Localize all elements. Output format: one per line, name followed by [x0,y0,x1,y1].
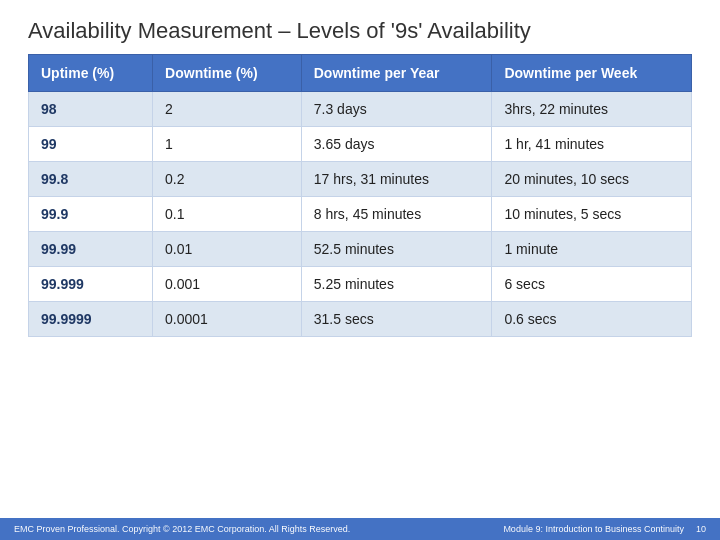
header: Availability Measurement – Levels of '9s… [0,0,720,54]
table-cell: 10 minutes, 5 secs [492,197,692,232]
page: Availability Measurement – Levels of '9s… [0,0,720,540]
page-title: Availability Measurement – Levels of '9s… [28,18,692,44]
table-cell: 1 [153,127,302,162]
table-row: 9827.3 days3hrs, 22 minutes [29,92,692,127]
footer-right: Module 9: Introduction to Business Conti… [503,524,706,534]
footer-copyright: EMC Proven Professional. Copyright © 201… [14,524,350,534]
table-cell: 0.001 [153,267,302,302]
table-cell: 98 [29,92,153,127]
table-cell: 99.999 [29,267,153,302]
table-cell: 6 secs [492,267,692,302]
table-header-row: Uptime (%) Downtime (%) Downtime per Yea… [29,55,692,92]
table-row: 99.99990.000131.5 secs0.6 secs [29,302,692,337]
footer: EMC Proven Professional. Copyright © 201… [0,518,720,540]
table-cell: 8 hrs, 45 minutes [301,197,492,232]
table-cell: 1 hr, 41 minutes [492,127,692,162]
table-cell: 17 hrs, 31 minutes [301,162,492,197]
table-row: 99.9990.0015.25 minutes6 secs [29,267,692,302]
table-row: 99.90.18 hrs, 45 minutes10 minutes, 5 se… [29,197,692,232]
table-cell: 3.65 days [301,127,492,162]
availability-table: Uptime (%) Downtime (%) Downtime per Yea… [28,54,692,337]
main-content: Uptime (%) Downtime (%) Downtime per Yea… [0,54,720,518]
table-cell: 52.5 minutes [301,232,492,267]
table-cell: 99.9 [29,197,153,232]
table-cell: 99.8 [29,162,153,197]
table-cell: 1 minute [492,232,692,267]
table-cell: 0.0001 [153,302,302,337]
table-cell: 0.1 [153,197,302,232]
col-header-uptime: Uptime (%) [29,55,153,92]
footer-page-number: 10 [696,524,706,534]
table-cell: 20 minutes, 10 secs [492,162,692,197]
col-header-downtime-year: Downtime per Year [301,55,492,92]
table-cell: 0.2 [153,162,302,197]
table-cell: 31.5 secs [301,302,492,337]
table-cell: 7.3 days [301,92,492,127]
table-cell: 99.9999 [29,302,153,337]
table-row: 9913.65 days1 hr, 41 minutes [29,127,692,162]
table-cell: 99 [29,127,153,162]
table-cell: 0.01 [153,232,302,267]
table-cell: 5.25 minutes [301,267,492,302]
footer-module-label: Module 9: Introduction to Business Conti… [503,524,684,534]
col-header-downtime-week: Downtime per Week [492,55,692,92]
table-row: 99.80.217 hrs, 31 minutes20 minutes, 10 … [29,162,692,197]
table-cell: 99.99 [29,232,153,267]
col-header-downtime-pct: Downtime (%) [153,55,302,92]
table-cell: 0.6 secs [492,302,692,337]
table-row: 99.990.0152.5 minutes1 minute [29,232,692,267]
table-cell: 2 [153,92,302,127]
table-cell: 3hrs, 22 minutes [492,92,692,127]
